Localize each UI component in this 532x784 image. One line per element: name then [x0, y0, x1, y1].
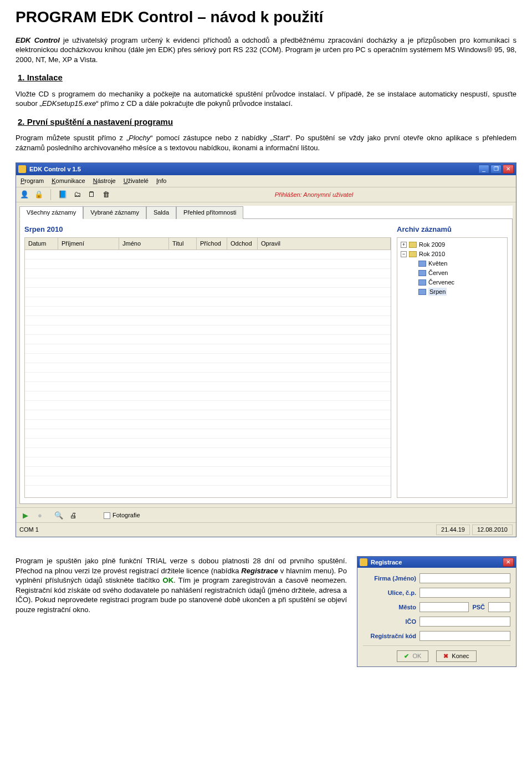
table-row[interactable] — [25, 316, 391, 325]
dlg-konec-button[interactable]: ✖Konec — [436, 650, 476, 662]
play-icon[interactable]: ▶ — [21, 510, 30, 520]
close-button[interactable]: ✕ — [503, 165, 514, 174]
table-row[interactable] — [25, 410, 391, 420]
label-psc: PSČ — [472, 603, 485, 612]
stop-icon[interactable]: ● — [35, 510, 45, 520]
input-firma[interactable] — [420, 573, 510, 583]
table-row[interactable] — [25, 250, 391, 259]
doc-title: PROGRAM EDK Control – návod k použití — [16, 7, 516, 28]
table-row[interactable] — [25, 278, 391, 288]
bottombar: ▶ ● 🔍 🖨 Fotografie — [16, 507, 516, 522]
table-row[interactable] — [25, 373, 391, 382]
table-row[interactable] — [25, 391, 391, 401]
label-kod: Registrační kód — [363, 632, 416, 640]
col-prijmeni[interactable]: Příjmení — [58, 238, 119, 250]
bt-ok: OK — [163, 576, 174, 584]
left-panel: Srpen 2010 Datum Příjmení Jméno Titul Př… — [24, 225, 391, 498]
table-row[interactable] — [25, 297, 391, 307]
sec2-a: Program můžete spustit přímo z „ — [16, 134, 129, 142]
tree-year-2010[interactable]: −Rok 2010 — [398, 250, 506, 259]
tab-presence[interactable]: Přehled přítomnosti — [176, 206, 243, 219]
tab-all-records[interactable]: Všechny záznamy — [19, 206, 83, 219]
col-prichod[interactable]: Příchod — [197, 238, 227, 250]
x-icon: ✖ — [443, 652, 448, 660]
input-kod[interactable] — [420, 631, 510, 641]
folder-icon — [418, 261, 426, 267]
table-row[interactable] — [25, 429, 391, 439]
intro-text: je uživatelský program určený k evidenci… — [16, 36, 516, 64]
minimize-button[interactable]: _ — [478, 165, 489, 174]
foto-checkbox[interactable]: Fotografie — [104, 511, 140, 520]
cards-icon[interactable]: 🗂 — [72, 190, 82, 200]
table-row[interactable] — [25, 382, 391, 391]
dlg-ok-button[interactable]: ✔OK — [397, 650, 428, 662]
table-row[interactable] — [25, 269, 391, 278]
bt-reg: Registrace — [241, 567, 278, 575]
expander-icon[interactable]: + — [401, 242, 407, 248]
tab-selected-records[interactable]: Vybrané záznamy — [83, 206, 146, 219]
preview-icon[interactable]: 🔍 — [54, 510, 64, 520]
tab-salda[interactable]: Salda — [146, 206, 176, 219]
col-odchod[interactable]: Odchod — [227, 238, 258, 250]
status-date: 12.08.2010 — [472, 525, 513, 535]
folder-icon — [418, 270, 426, 276]
tree-month-cervenec[interactable]: Červenec — [398, 278, 506, 287]
input-mesto[interactable] — [420, 602, 469, 612]
col-jmeno[interactable]: Jméno — [119, 238, 169, 250]
menu-uzivatele[interactable]: Uživatelé — [124, 177, 149, 185]
tree-label: Červenec — [428, 278, 454, 287]
table-icon[interactable]: 🗒 — [86, 190, 96, 200]
lock-icon[interactable]: 🔒 — [34, 190, 44, 200]
tree-month-cerven[interactable]: Červen — [398, 268, 506, 278]
archive-tree[interactable]: +Rok 2009 −Rok 2010 Květen Červen Červen… — [397, 237, 508, 498]
menu-program[interactable]: PProgramrogram — [21, 177, 44, 185]
table-row[interactable] — [25, 354, 391, 363]
label-ulice: Ulice, č.p. — [363, 589, 416, 597]
sec1-filename: EDKsetup15.exe — [42, 99, 96, 108]
table-row[interactable] — [25, 401, 391, 410]
col-titul[interactable]: Titul — [169, 238, 197, 250]
toolbar: 👤 🔒 📘 🗂 🗒 🗑 Přihlášen: Anonymní uživatel — [16, 187, 516, 202]
table-row[interactable] — [25, 363, 391, 373]
dlg-title: Registrace — [371, 558, 503, 567]
table-row[interactable] — [25, 307, 391, 316]
col-opravil[interactable]: Opravil — [258, 238, 391, 250]
table-row[interactable] — [25, 476, 391, 486]
menu-info[interactable]: Info — [156, 177, 166, 185]
print-icon[interactable]: 🖨 — [68, 510, 78, 520]
tree-label: Červen — [428, 269, 448, 277]
input-ulice[interactable] — [420, 588, 510, 598]
book-icon[interactable]: 📘 — [58, 190, 68, 200]
table-row[interactable] — [25, 335, 391, 344]
section-1-body: Vložte CD s programem do mechaniky a poč… — [16, 89, 516, 109]
menu-nastroje[interactable]: Nástroje — [93, 177, 116, 185]
tree-year-2009[interactable]: +Rok 2009 — [398, 240, 506, 250]
table-row[interactable] — [25, 344, 391, 354]
user-icon[interactable]: 👤 — [19, 190, 29, 200]
statusbar: COM 1 21.44.19 12.08.2010 — [16, 522, 516, 537]
expander-icon[interactable]: − — [401, 251, 407, 257]
table-row[interactable] — [25, 325, 391, 335]
input-psc[interactable] — [488, 602, 510, 612]
col-datum[interactable]: Datum — [25, 238, 58, 250]
table-row[interactable] — [25, 420, 391, 429]
maximize-button[interactable]: ❐ — [490, 165, 502, 174]
folder-icon — [409, 251, 417, 257]
tree-label: Srpen — [428, 288, 447, 296]
table-row[interactable] — [25, 457, 391, 467]
menu-komunikace[interactable]: Komunikace — [52, 177, 85, 185]
input-ico[interactable] — [420, 617, 510, 627]
table-row[interactable] — [25, 288, 391, 297]
tree-month-kveten[interactable]: Květen — [398, 259, 506, 268]
label-ico: IČO — [363, 618, 416, 626]
records-grid[interactable]: Datum Příjmení Jméno Titul Příchod Odcho… — [24, 237, 391, 498]
table-row[interactable] — [25, 259, 391, 269]
tree-month-srpen[interactable]: Srpen — [398, 287, 506, 297]
table-row[interactable] — [25, 448, 391, 457]
grid-body — [25, 250, 391, 486]
app-window: EDK Control v 1.5 _ ❐ ✕ PProgramrogram K… — [16, 162, 516, 537]
dlg-close-button[interactable]: ✕ — [503, 558, 514, 567]
table-row[interactable] — [25, 439, 391, 448]
restore-icon[interactable]: 🗑 — [101, 190, 111, 200]
table-row[interactable] — [25, 467, 391, 476]
